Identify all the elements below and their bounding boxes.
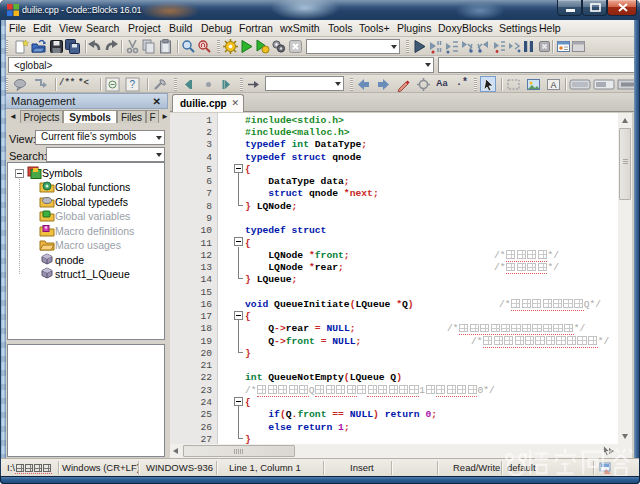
svg-text:?: ?	[130, 79, 136, 90]
svg-text:A: A	[551, 80, 557, 90]
